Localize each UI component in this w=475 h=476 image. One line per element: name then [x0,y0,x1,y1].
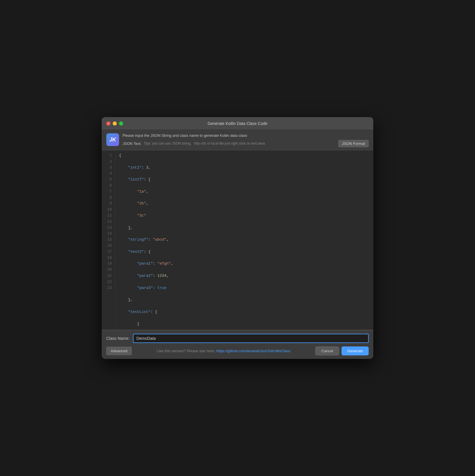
header: JK Please input the JSON String and clas… [102,130,373,150]
header-description: Please input the JSON String and class n… [123,133,369,138]
json-text-label: JSON Text: [123,141,142,146]
line-num-10: 10 [104,207,112,213]
line-num-6: 6 [104,183,112,189]
code-content[interactable]: { "int1": 3, "listT": [ "1a", "2b", "3c"… [116,150,373,330]
line-num-12: 12 [104,219,112,225]
traffic-lights [106,121,123,126]
close-button[interactable] [106,121,110,126]
code-line-1: { [119,153,370,159]
star-text: Like this version? Please star here: htt… [157,349,290,353]
code-line-5: "2b", [119,201,370,207]
titlebar: Generate Kotlin Data Class Code [102,117,373,130]
line-num-7: 7 [104,189,112,195]
line-num-20: 20 [104,267,112,273]
line-num-2: 2 [104,159,112,165]
generate-button[interactable]: Generate [342,346,369,355]
json-text-row: JSON Text: Tips: you can use JSON string… [123,140,369,147]
code-line-6: "3c" [119,213,370,219]
code-line-8: "stringT": "abcd", [119,237,370,243]
json-text-tip: Tips: you can use JSON string、http urls … [144,141,336,146]
line-num-13: 13 [104,225,112,231]
cancel-button[interactable]: Cancel [315,346,339,355]
line-num-3: 3 [104,165,112,171]
code-line-7: ], [119,225,370,231]
logo-text: JK [109,137,116,143]
line-num-11: 11 [104,213,112,219]
action-buttons: Cancel Generate [315,346,369,355]
line-num-22: 22 [104,279,112,285]
line-num-23: 23 [104,285,112,291]
line-num-5: 5 [104,177,112,183]
class-name-input[interactable] [133,334,369,343]
editor-container: 1 2 3 4 5 6 7 8 9 10 11 12 13 14 15 16 1… [102,150,373,330]
class-name-row: Class Name: [106,334,369,343]
line-num-8: 8 [104,195,112,201]
code-line-13: }, [119,297,370,303]
line-num-1: 1 [104,153,112,159]
line-num-9: 9 [104,201,112,207]
code-line-15: { [119,321,370,327]
code-line-11: "para2": 1234, [119,273,370,279]
code-line-3: "listT": [ [119,177,370,183]
main-window: Generate Kotlin Data Class Code JK Pleas… [102,117,373,359]
star-text-label: Like this version? Please star here: [157,349,215,353]
code-editor[interactable]: 1 2 3 4 5 6 7 8 9 10 11 12 13 14 15 16 1… [102,150,373,330]
code-line-2: "int1": 3, [119,165,370,171]
code-line-14: "testList": [ [119,309,370,315]
advanced-button[interactable]: Advanced [106,347,132,355]
line-num-4: 4 [104,171,112,177]
footer: Class Name: Advanced Like this version? … [102,330,373,359]
json-format-button[interactable]: JSON Format [338,140,369,147]
window-title: Generate Kotlin Data Class Code [208,121,268,126]
code-line-10: "para1": "efgh", [119,261,370,267]
line-num-14: 14 [104,231,112,237]
line-num-15: 15 [104,237,112,243]
minimize-button[interactable] [113,121,117,126]
line-num-19: 19 [104,261,112,267]
maximize-button[interactable] [119,121,123,126]
star-link[interactable]: https://github.com/wuseal/JsonToKotlinCl… [216,349,290,353]
class-name-label: Class Name: [106,336,129,341]
line-num-17: 17 [104,249,112,255]
code-line-4: "1a", [119,189,370,195]
line-numbers: 1 2 3 4 5 6 7 8 9 10 11 12 13 14 15 16 1… [102,150,116,330]
line-num-21: 21 [104,273,112,279]
line-num-16: 16 [104,243,112,249]
code-line-12: "para3": true [119,285,370,291]
header-right: Please input the JSON String and class n… [123,133,369,147]
code-line-9: "test2": { [119,249,370,255]
line-num-18: 18 [104,255,112,261]
app-logo: JK [106,133,119,146]
bottom-row: Advanced Like this version? Please star … [106,346,369,355]
